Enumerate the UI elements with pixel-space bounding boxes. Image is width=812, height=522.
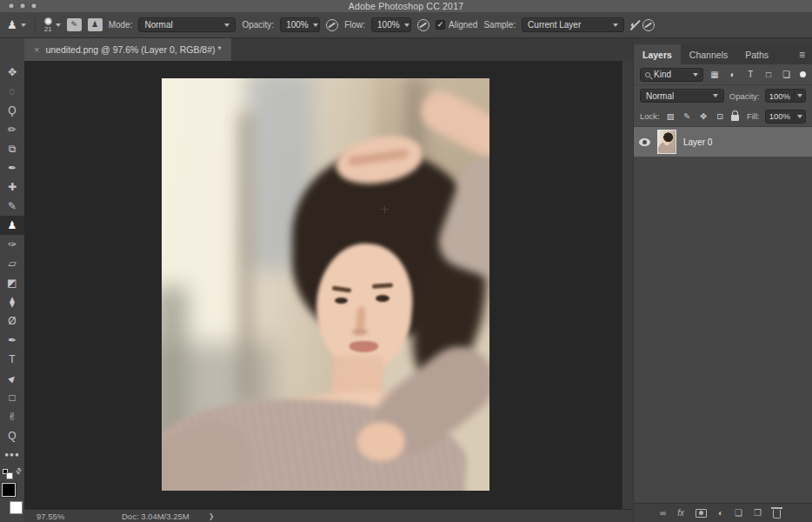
visibility-eye-icon[interactable] (639, 138, 650, 146)
layer-row-layer-0[interactable]: Layer 0 (634, 127, 812, 157)
clone-stamp-tool[interactable]: ♟ (0, 216, 24, 235)
eraser-icon: ▱ (8, 258, 16, 269)
mode-select[interactable]: Normal (138, 17, 236, 32)
layer-opacity-select[interactable]: 100% (765, 89, 806, 103)
healing-brush-tool[interactable]: ✚ (0, 177, 24, 197)
filter-toggle-icon[interactable] (800, 71, 806, 77)
filter-adjustment-layers-icon[interactable]: ◐ (726, 70, 739, 79)
lock-position-icon[interactable]: ✥ (698, 112, 709, 121)
filter-type-layers-icon[interactable]: T (744, 70, 757, 79)
tab-paths[interactable]: Paths (736, 44, 777, 64)
toggle-brush-panel-button[interactable]: ✎ (67, 18, 82, 31)
pressure-opacity-icon[interactable] (326, 19, 338, 31)
fill-select[interactable]: 100% (765, 110, 806, 124)
lock-transparency-icon[interactable]: ▨ (665, 112, 676, 121)
clone-source-panel-button[interactable]: ♟ (88, 18, 103, 31)
brush-tool[interactable]: ✎ (0, 197, 24, 216)
tools-panel: ✥ ◌ Ϙ ✏ ⧉ ✒ ✚ ✎ ♟ ✑ ▱ ◩ ⧫ Ø ✒ T ► □ ✌ Q … (0, 38, 24, 522)
filter-smart-objects-icon[interactable]: ❑ (780, 70, 793, 79)
foreground-color-swatch[interactable] (2, 483, 16, 497)
chevron-down-icon (313, 23, 318, 27)
airbrush-icon[interactable] (417, 19, 429, 31)
link-layers-icon[interactable]: ∞ (660, 509, 666, 518)
photo-left-eye (335, 298, 348, 304)
aligned-checkbox[interactable]: ✓ (436, 20, 445, 30)
eyedropper-tool[interactable]: ✒ (0, 158, 24, 177)
layer-thumbnail[interactable] (657, 130, 676, 154)
photo-right-eye (376, 295, 389, 302)
filter-pixel-layers-icon[interactable]: ▦ (709, 70, 722, 79)
filter-shape-layers-icon[interactable]: □ (762, 70, 775, 79)
history-brush-tool[interactable]: ✑ (0, 235, 24, 254)
chevron-down-icon (797, 94, 802, 97)
chevron-down-icon (21, 23, 26, 27)
photo-canvas[interactable] (162, 78, 489, 491)
shape-tool[interactable]: □ (0, 388, 24, 407)
clone-source-icon: ♟ (91, 21, 98, 29)
hand-icon: ✌ (8, 412, 17, 422)
chevron-button[interactable] (794, 90, 805, 102)
color-swap-controls: ⇄ (2, 467, 23, 479)
pen-tool[interactable]: ✒ (0, 331, 24, 350)
divider (35, 17, 36, 34)
opacity-select[interactable]: 100% (280, 17, 320, 32)
zoom-icon: Q (8, 431, 16, 441)
eraser-tool[interactable]: ▱ (0, 254, 24, 273)
edit-toolbar-button[interactable]: ●●● (0, 445, 24, 465)
swap-colors-icon[interactable]: ⇄ (14, 466, 24, 477)
delete-layer-icon[interactable] (773, 510, 781, 519)
eyedropper-icon: ✒ (8, 163, 17, 173)
layer-style-fx-icon[interactable]: fx (677, 509, 684, 518)
lock-pixels-icon[interactable]: ✎ (682, 112, 693, 121)
close-icon[interactable]: × (34, 45, 39, 55)
move-tool[interactable]: ✥ (0, 63, 24, 82)
dodge-tool[interactable]: Ø (0, 311, 24, 331)
gradient-tool[interactable]: ◩ (0, 273, 24, 292)
default-colors-icon[interactable] (3, 469, 8, 474)
quick-selection-tool[interactable]: ✏ (0, 120, 24, 139)
path-selection-tool[interactable]: ► (0, 369, 24, 388)
marquee-tool[interactable]: ◌ (0, 82, 24, 101)
new-adjustment-layer-icon[interactable]: ◐ (718, 509, 723, 518)
chevron-down-icon (56, 23, 61, 27)
crop-tool[interactable]: ⧉ (0, 139, 24, 158)
pressure-size-icon[interactable] (642, 19, 655, 31)
canvas-workspace[interactable] (24, 61, 633, 509)
clone-stamp-cursor (381, 205, 389, 213)
document-tab[interactable]: × unedited.png @ 97.6% (Layer 0, RGB/8#)… (24, 38, 231, 61)
flow-select[interactable]: 100% (371, 17, 411, 32)
ignore-adjustment-layers-icon[interactable]: ◐ (630, 20, 636, 30)
add-layer-mask-icon[interactable] (696, 509, 707, 518)
lock-artboard-icon[interactable]: ⊡ (715, 112, 726, 121)
tool-preset-picker[interactable]: ♟ (7, 19, 26, 30)
tab-channels[interactable]: Channels (681, 44, 736, 64)
panel-menu-icon[interactable]: ≡ (799, 50, 805, 60)
background-color-swatch[interactable] (10, 501, 23, 514)
zoom-level-field[interactable]: 97.55% (37, 512, 97, 521)
chevron-down-icon (613, 23, 618, 27)
type-tool[interactable]: T (0, 350, 24, 369)
status-options-chevron[interactable]: ❯ (209, 512, 215, 520)
filter-kind-select[interactable]: Kind (640, 68, 703, 82)
chevron-down-icon (713, 94, 718, 97)
lock-all-icon[interactable] (731, 115, 739, 121)
aligned-option[interactable]: ✓ Aligned (436, 20, 477, 30)
layer-name: Layer 0 (683, 137, 712, 147)
zoom-tool[interactable]: Q (0, 426, 24, 445)
blur-tool[interactable]: ⧫ (0, 292, 24, 311)
hand-tool[interactable]: ✌ (0, 407, 24, 426)
document-tab-title: unedited.png @ 97.6% (Layer 0, RGB/8#) * (45, 44, 221, 55)
path-selection-icon: ► (5, 371, 20, 386)
new-layer-icon[interactable]: ❐ (754, 509, 762, 518)
blend-mode-select[interactable]: Normal (640, 89, 724, 103)
chevron-button[interactable] (794, 110, 805, 123)
brush-size-picker[interactable]: 21 (44, 17, 61, 33)
chevron-down-icon (404, 23, 409, 27)
tab-layers[interactable]: Layers (634, 44, 681, 64)
lasso-tool[interactable]: Ϙ (0, 101, 24, 120)
lasso-icon: Ϙ (8, 105, 16, 116)
ellipsis-icon: ●●● (4, 452, 20, 458)
search-icon (645, 72, 650, 77)
new-group-icon[interactable]: ❏ (735, 509, 742, 518)
sample-select[interactable]: Current Layer (522, 17, 624, 32)
